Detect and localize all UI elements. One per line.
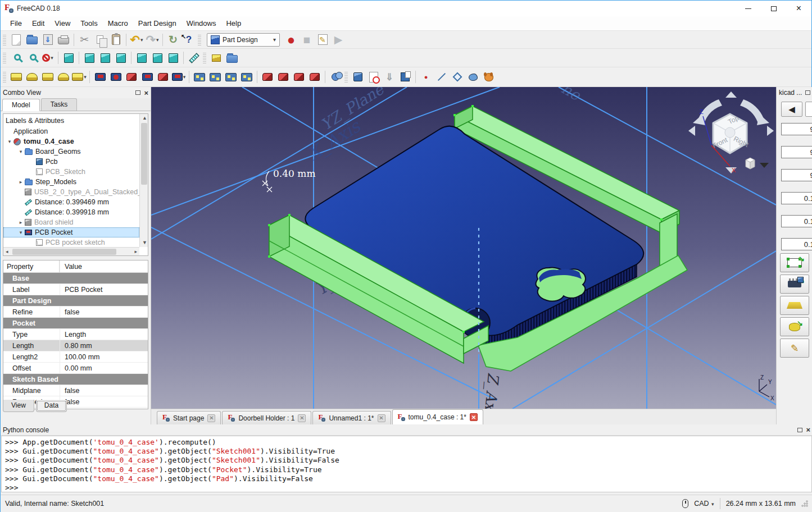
menu-view[interactable]: View	[49, 17, 75, 30]
fit-selection-button[interactable]	[24, 50, 40, 66]
draft-button[interactable]	[291, 69, 307, 85]
load-board-button[interactable]: ↘	[780, 275, 809, 294]
toolbar-handle[interactable]	[344, 71, 348, 83]
property-row-label[interactable]: LabelPCB Pocket	[3, 284, 148, 295]
scrollbar-thumb[interactable]	[141, 123, 147, 185]
toolbar-handle[interactable]	[203, 52, 206, 63]
edit-sketch-button[interactable]	[397, 69, 413, 85]
macro-record-button[interactable]: ●	[283, 32, 299, 48]
additive-loft-button[interactable]	[40, 69, 56, 85]
offset-x-field[interactable]: 0.10	[781, 192, 812, 204]
kicad-back-button[interactable]: ◀	[781, 102, 802, 117]
expand-arrow-icon[interactable]: ▾	[6, 139, 13, 144]
whats-this-button[interactable]: ?	[181, 32, 197, 48]
workbench-selector[interactable]: Part Design ▾	[207, 33, 280, 47]
tree-item-pcb-pocket-sketch[interactable]: PCB pocket sketch	[3, 237, 139, 247]
close-tab-icon[interactable]: ✕	[470, 413, 478, 421]
create-body-button[interactable]	[350, 69, 366, 85]
linear-pattern-button[interactable]	[207, 69, 223, 85]
mirrored-button[interactable]	[192, 69, 207, 85]
view-rear-button[interactable]	[134, 50, 149, 66]
maximize-button[interactable]	[761, 1, 786, 16]
property-value[interactable]: 100.00 mm	[60, 351, 148, 362]
groove-button[interactable]	[124, 69, 139, 85]
document-tab-doorbell-holder-1[interactable]: Doorbell Holder : 1✕	[222, 411, 311, 424]
measure-distance-button[interactable]	[186, 50, 202, 66]
property-row-type[interactable]: TypeLength	[3, 329, 148, 340]
menu-part-design[interactable]: Part Design	[133, 17, 182, 30]
menu-edit[interactable]: Edit	[27, 17, 49, 30]
scroll-up-icon[interactable]: ▲	[142, 116, 147, 121]
expand-arrow-icon[interactable]: ▸	[17, 179, 25, 185]
property-group-sketch-based[interactable]: Sketch Based	[3, 374, 148, 385]
expand-arrow-icon[interactable]: ▸	[17, 220, 25, 225]
property-value[interactable]: 0.00 mm	[60, 363, 148, 373]
rot-z-field[interactable]: 90	[781, 169, 812, 181]
document-tab-tomu-0-4-case-1[interactable]: tomu_0.4_case : 1*✕	[392, 409, 483, 424]
macro-stop-button[interactable]: ■	[299, 32, 315, 48]
rot-y-field[interactable]: 90	[781, 146, 812, 158]
additive-primitive-button[interactable]: ▾	[71, 69, 87, 85]
paste-button[interactable]	[108, 32, 124, 48]
open-document-button[interactable]	[24, 32, 40, 48]
python-console-body[interactable]: >>> App.getDocument('tomu_0_4_case').rec…	[1, 436, 812, 492]
new-document-button[interactable]	[8, 32, 24, 48]
close-tab-icon[interactable]: ✕	[207, 414, 215, 422]
revolution-button[interactable]	[24, 69, 40, 85]
pcb-cutout-hole[interactable]	[536, 267, 586, 301]
tree-item-pcb[interactable]: Pcb	[3, 157, 139, 167]
sketch-line-button[interactable]	[434, 69, 450, 85]
expand-arrow-icon[interactable]: ▾	[17, 230, 25, 235]
pocket-button[interactable]	[92, 69, 108, 85]
sketch-point-button[interactable]: ●	[418, 69, 434, 85]
stepup-dog-button[interactable]	[481, 69, 497, 85]
view-left-button[interactable]	[165, 50, 181, 66]
tree-item-tomu-0-4-case[interactable]: ▾tomu_0.4_case	[3, 136, 139, 147]
close-panel-icon[interactable]: ×	[806, 426, 810, 433]
scroll-down-icon[interactable]: ▼	[142, 240, 147, 245]
view-bottom-button[interactable]	[149, 50, 165, 66]
save-document-button[interactable]: ⇓	[40, 32, 56, 48]
property-row-midplane[interactable]: Midplanefalse	[3, 385, 148, 396]
export-database-button[interactable]: ↘	[780, 317, 809, 336]
expand-arrow-icon[interactable]: ▾	[17, 149, 25, 154]
menu-file[interactable]: File	[5, 17, 27, 30]
property-value[interactable]: false	[60, 396, 148, 407]
menu-tools[interactable]: Tools	[75, 17, 102, 30]
property-value[interactable]: 0.80 mm	[60, 340, 148, 351]
pad-button[interactable]	[8, 69, 24, 85]
document-tab-unnamed1-1[interactable]: Unnamed1 : 1*✕	[312, 411, 391, 424]
map-sketch-button[interactable]: ⇓	[382, 69, 397, 85]
property-value[interactable]: false	[60, 307, 148, 317]
offset-y-field[interactable]: 0.10	[781, 215, 812, 227]
scroll-left-icon[interactable]: ◂	[6, 249, 8, 254]
view-right-button[interactable]	[113, 50, 129, 66]
sketch-rectangle-button[interactable]	[450, 69, 465, 85]
tree-item-pcb-sketch[interactable]: PCB_Sketch	[3, 167, 139, 177]
close-button[interactable]: ×	[786, 1, 811, 16]
fillet-button[interactable]	[260, 69, 275, 85]
property-row-refine[interactable]: Refinefalse	[3, 307, 148, 318]
create-part-button[interactable]	[208, 50, 224, 66]
redo-button[interactable]: ↷▾	[144, 32, 160, 48]
macro-edit-button[interactable]: ✎	[315, 32, 330, 48]
refresh-button[interactable]: ↻	[165, 32, 181, 48]
property-value[interactable]: false	[60, 385, 148, 396]
polar-pattern-button[interactable]	[223, 69, 239, 85]
subtractive-loft-button[interactable]	[139, 69, 155, 85]
toolbar-handle[interactable]	[3, 34, 6, 45]
dropdown-arrow-icon[interactable]: ▾	[183, 74, 186, 80]
toolbar-handle[interactable]	[3, 71, 6, 83]
property-row-offset[interactable]: Offset0.00 mm	[3, 363, 148, 374]
edit-config-button[interactable]: ✎	[780, 339, 809, 358]
additive-pipe-button[interactable]	[56, 69, 71, 85]
fit-all-button[interactable]	[8, 50, 24, 66]
property-group-part-design[interactable]: Part Design	[3, 295, 148, 307]
subtractive-pipe-button[interactable]	[155, 69, 171, 85]
property-row-length[interactable]: Length0.80 mm	[3, 340, 148, 351]
3d-viewport[interactable]: YZ_Plane X_Axis Y_Axis ne	[151, 87, 776, 409]
rot-x-field[interactable]: 90	[781, 123, 812, 135]
multitransform-button[interactable]	[239, 69, 255, 85]
scroll-right-icon[interactable]: ▸	[134, 249, 137, 254]
property-group-base[interactable]: Base	[3, 273, 148, 284]
